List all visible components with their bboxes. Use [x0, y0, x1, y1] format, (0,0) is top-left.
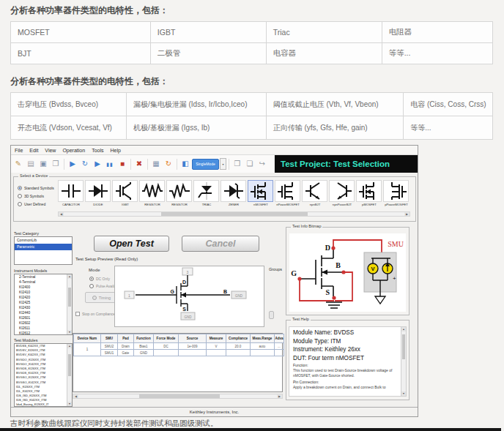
panel-view-icon[interactable]: ◧ — [179, 158, 191, 170]
open-test-button[interactable]: Open Test — [94, 236, 169, 252]
print-icon[interactable]: ▤ — [25, 158, 37, 170]
menu-view[interactable]: View — [45, 148, 56, 153]
copy-icon[interactable]: ❐ — [50, 158, 62, 170]
scrollbar-thumb[interactable] — [139, 394, 220, 398]
exit-icon[interactable]: ↪ — [256, 158, 268, 170]
report-chart-icon[interactable]: ▦ — [150, 158, 162, 170]
device-tile-diode[interactable]: DIODE — [85, 180, 111, 206]
single-mode-label: SingleMode — [196, 162, 215, 166]
model-item[interactable]: 2-Terminal — [15, 274, 72, 280]
edit-note-icon[interactable]: ✎ — [12, 158, 24, 170]
model-item[interactable]: KI2612 — [15, 331, 72, 335]
device-symbol-strip: CAPACITOR DIODE IGBT RESISTOR RESISTOR — [58, 180, 410, 206]
model-item[interactable]: KI2440 — [15, 310, 72, 315]
radio-user-defined[interactable]: User Defined — [18, 200, 54, 208]
save-icon[interactable]: ▣ — [37, 158, 49, 170]
device-types-table: MOSFET IGBT Triac 电阻器 BJT 二极管 电容器 等等... — [10, 21, 493, 64]
device-tile-resistor[interactable]: RESISTOR — [139, 180, 166, 206]
help-module-name: Module Name: BVDSS — [293, 329, 398, 336]
toolbar-dropdown-button[interactable]: ▾ — [220, 158, 226, 170]
device-tile-resistor-2[interactable]: RESISTOR — [166, 180, 193, 206]
scrollbar-thumb[interactable] — [68, 354, 71, 376]
device-tile-igbt[interactable]: IGBT — [112, 180, 138, 206]
scroll-left-arrow-icon[interactable]: ◀ — [59, 212, 64, 216]
model-item[interactable]: KI2410 — [15, 290, 72, 295]
device-tile-ppowermosfet[interactable]: pPowerMOSFET — [383, 180, 410, 206]
menu-edit[interactable]: Edit — [29, 148, 38, 153]
models-scrollbar[interactable]: ▲ ▼ — [67, 274, 72, 334]
grid-header: Pad — [118, 334, 134, 343]
model-item[interactable]: KI2425 — [15, 300, 72, 305]
grid-scrollbar[interactable]: ◀ ▶ — [73, 394, 283, 399]
stop-icon[interactable]: ■ — [116, 158, 128, 170]
grid-cell: GND — [134, 350, 154, 356]
device-tile-triac[interactable]: TRIAC — [193, 180, 220, 206]
device-tile-npowermosfet[interactable]: nPowerMOSFET — [275, 180, 301, 206]
scroll-down-arrow-icon[interactable]: ▼ — [67, 330, 72, 334]
step-icon[interactable]: ▶ — [92, 158, 103, 170]
model-item[interactable]: KI2602 — [15, 321, 72, 326]
section2-heading: 分析各种功率器件类型的电特性，包括： — [10, 75, 168, 88]
select-device-label: Select a Device — [18, 174, 49, 179]
help-scrollbar[interactable]: ▲ ▼ — [401, 327, 406, 396]
menu-tools[interactable]: Tools — [92, 148, 103, 153]
scrollbar-thumb[interactable] — [161, 212, 308, 216]
pages-icon[interactable]: ❏ — [244, 158, 256, 170]
build-icon[interactable]: ❒ — [231, 158, 243, 170]
scroll-left-arrow-icon[interactable]: ◀ — [73, 394, 78, 398]
model-item[interactable]: KI2400 — [15, 285, 72, 290]
radio-dot-icon — [18, 194, 22, 198]
scroll-right-arrow-icon[interactable]: ▶ — [404, 212, 410, 216]
model-item[interactable]: KI2611 — [15, 326, 72, 331]
radio-standard-symbols[interactable]: Standard Symbols — [18, 184, 54, 192]
scroll-up-arrow-icon[interactable]: ▲ — [401, 327, 406, 331]
groups-spinner[interactable] — [269, 311, 274, 319]
scrollbar-thumb[interactable] — [402, 334, 405, 359]
device-tile-pmosfet[interactable]: pMOSFET — [356, 180, 382, 206]
menu-help[interactable]: Help — [110, 148, 120, 153]
model-item[interactable]: 4-Terminal — [15, 280, 72, 285]
menu-bar: File Edit View Operation Tools Help — [11, 146, 418, 155]
rerun-icon[interactable]: ↻ — [79, 158, 91, 170]
category-item[interactable]: CommonLib — [15, 237, 72, 244]
toolbar-separator — [177, 159, 177, 170]
radio-3d-symbols[interactable]: 3D Symbols — [18, 192, 54, 200]
model-item[interactable]: KI2601 — [15, 315, 72, 321]
device-label: npnPowerBJT — [329, 203, 355, 206]
device-strip-scrollbar[interactable]: ◀ ▶ — [58, 211, 410, 217]
help-pin-label: Pin Connection: — [293, 380, 398, 384]
modules-scrollbar[interactable]: ▲ ▼ — [67, 344, 72, 406]
toolbar-separator — [147, 159, 148, 170]
ground-triangle-icon — [375, 296, 385, 304]
refresh-icon[interactable]: ↻ — [163, 158, 174, 170]
run-icon[interactable]: ▶ — [67, 158, 78, 170]
delete-icon[interactable]: ✖ — [133, 158, 145, 170]
radio-label: Standard Symbols — [24, 186, 54, 190]
npnpowerbjt-icon — [329, 180, 355, 202]
menu-file[interactable]: File — [15, 148, 23, 153]
timing-button[interactable]: Timing — [85, 292, 118, 303]
scroll-up-arrow-icon[interactable]: ▲ — [67, 344, 72, 348]
model-item[interactable]: KI2420 — [15, 295, 72, 300]
table-cell: 等等... — [404, 116, 493, 140]
grid-cell — [179, 350, 207, 356]
cancel-button[interactable]: Cancel — [182, 236, 259, 252]
device-tile-npnbjt[interactable]: npnBJT — [302, 180, 328, 206]
pause-icon[interactable]: ▮▮ — [104, 158, 116, 170]
menu-operation[interactable]: Operation — [62, 148, 85, 153]
scroll-down-arrow-icon[interactable]: ▼ — [67, 402, 72, 406]
scrollbar-thumb[interactable] — [68, 288, 71, 307]
gnd-box-label: GND — [235, 294, 243, 298]
stop-on-compliance-checkbox[interactable]: Stop on Compliance — [75, 312, 115, 316]
device-tile-nmosfet[interactable]: nMOSFET — [248, 180, 274, 206]
scroll-right-arrow-icon[interactable]: ▶ — [277, 394, 282, 398]
scroll-down-arrow-icon[interactable]: ▼ — [401, 391, 406, 396]
model-item[interactable]: KI2430 — [15, 305, 72, 310]
scroll-up-arrow-icon[interactable]: ▲ — [67, 274, 72, 279]
category-item-selected[interactable]: Parametric — [15, 244, 72, 250]
single-mode-button[interactable]: SingleMode — [192, 159, 219, 170]
device-tile-zener[interactable]: ZENER — [220, 180, 247, 206]
test-project-banner: Test Project: Test Selection — [275, 155, 418, 173]
device-tile-capacitor[interactable]: CAPACITOR — [58, 180, 84, 206]
device-tile-npnpowerbjt[interactable]: npnPowerBJT — [329, 180, 355, 206]
